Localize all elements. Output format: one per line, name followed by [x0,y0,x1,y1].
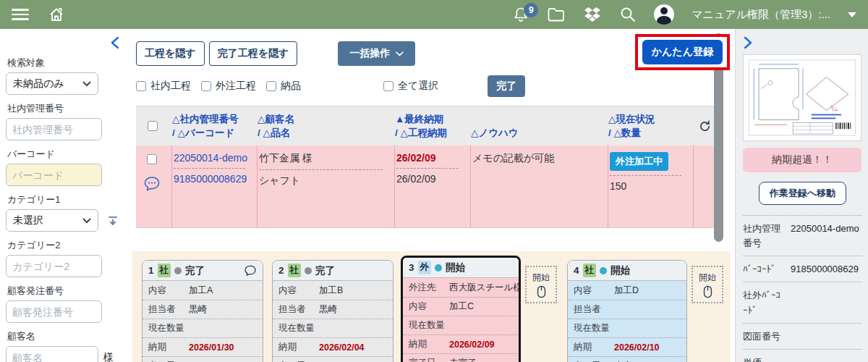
dropbox-icon[interactable] [583,6,602,23]
row-barcode-link[interactable]: 9185000008629 [174,173,247,185]
easy-register-highlight-frame: かんたん登録 [635,34,730,70]
delivery-label: 納品 [281,80,301,93]
select-all-label: 全て選択 [398,80,438,93]
process-card-3-selected[interactable]: 3 外 開始 外注先西大阪スチール様 内容加工C 現在数量 納期2026/02/… [401,256,521,362]
category2-label: カテゴリー2 [7,239,124,252]
category1-select[interactable]: 未選択 [6,209,98,232]
status-dot-icon [174,267,182,274]
goto-work-register-button[interactable]: 作業登録へ移動 [759,182,846,205]
search-target-label: 検索対象 [7,56,124,70]
detail-row-drawing-no: 図面番号 [743,324,862,350]
process-status: 開始 [446,261,465,274]
process-card-1[interactable]: 1 社 完了 内容加工A 担当者黒崎 現在数量 [142,260,263,362]
app-window: 9 マニュアル [0,0,868,362]
col-internal-id-header[interactable]: △社内管理番号 / △バーコード [172,111,258,141]
search-icon[interactable] [619,6,637,23]
barcode-input[interactable] [6,164,102,186]
table-header-row: △社内管理番号 / △バーコード △顧客名 / △品名 ▲最終納期 / △工程納… [136,106,718,146]
col-knowhow-header[interactable]: △ノウハウ [471,111,608,141]
outsourced-process-checkbox[interactable] [201,81,211,91]
process-status: 開始 [610,264,630,277]
delivery-checkbox[interactable] [266,81,276,91]
row-quantity: 150 [610,180,626,192]
folder-icon[interactable] [547,7,566,22]
row-comment-bubble-icon[interactable] [143,176,161,192]
customer-order-no-input[interactable] [6,300,102,323]
process-type-badge: 外 [418,261,432,274]
start-drop-zone[interactable]: 開始 [525,266,557,303]
internal-id-input[interactable] [6,118,102,140]
home-icon[interactable] [48,6,65,23]
bulk-action-button[interactable]: 一括操作 [338,41,415,66]
user-menu-caret-icon[interactable] [848,12,856,17]
process-card-2[interactable]: 2 社 完了 内容加工B 担当者黒崎 現在数量 納期2026/02/04 完了日… [272,260,393,362]
orders-table: △社内管理番号 / △バーコード △顧客名 / △品名 ▲最終納期 / △工程納… [136,106,718,228]
start-drop-zone[interactable]: 開始 [692,266,723,303]
process-cards-area: 1 社 完了 内容加工A 担当者黒崎 現在数量 [132,251,731,362]
customer-name-input[interactable] [6,346,98,362]
topbar: 9 マニュアル [0,0,868,29]
row-select-checkbox[interactable] [147,154,157,164]
process-status: 完了 [185,264,205,277]
hide-completed-process-button[interactable]: 完了工程を隠す [209,41,298,66]
expand-panel-chevron-icon[interactable] [743,36,753,49]
status-dot-icon [305,267,312,274]
row-customer: 竹下金属 様 [259,152,312,164]
card-comment-bubble-icon[interactable] [244,265,257,277]
notifications-bell-icon[interactable]: 9 [512,6,529,23]
select-all-checkbox[interactable] [383,81,393,91]
table-row[interactable]: 22050014-demo 9185000008629 竹下金属 様 シャフト … [136,146,718,228]
detail-row-external-barcode: 社外ﾊﾞｰｺｰﾄﾞ [743,282,862,323]
mouse-icon [537,285,546,298]
detail-panel: 納期超過！！ 作業登録へ移動 社内管理番号 22050014-demo ﾊﾞｰｺ… [735,29,868,362]
col-customer-header[interactable]: △顧客名 / △品名 [258,111,395,141]
internal-process-label: 社内工程 [150,80,191,93]
mouse-icon [703,285,712,298]
detail-list: 社内管理番号 22050014-demo ﾊﾞｰｺｰﾄﾞ 91850000086… [743,215,862,362]
drawing-thumbnail[interactable] [743,54,861,141]
expand-filters-icon[interactable] [107,215,119,227]
collapse-sidebar-chevron-icon[interactable] [110,36,120,49]
internal-id-label: 社内管理番号 [7,102,124,115]
process-status: 完了 [315,264,335,277]
process-type-badge: 社 [583,264,597,277]
status-dot-icon [600,267,607,274]
customer-order-no-label: 顧客発注番号 [7,285,124,298]
col-due-header[interactable]: ▲最終納期 / △工程納期 [395,111,471,141]
detail-row-unit-price: 単価 [743,350,862,362]
col-status-header[interactable]: △現在状況 / △数量 [608,111,694,141]
row-knowhow: メモの記載が可能 [471,146,608,227]
status-dot-icon [435,264,442,272]
outsourced-process-label: 外注工程 [216,80,256,93]
main-content: 工程を隠す 完了工程を隠す 一括操作 かんたん登録 社内工程 外注工程 納品 全… [130,29,731,362]
row-final-due: 26/02/09 [396,152,436,164]
hide-process-button[interactable]: 工程を隠す [136,41,205,66]
search-target-select[interactable]: 未納品のみ [6,72,98,95]
category1-label: カテゴリー1 [7,193,124,206]
row-internal-id-link[interactable]: 22050014-demo [174,152,247,164]
notification-count-badge: 9 [524,3,538,17]
customer-name-suffix: 様 [103,351,114,362]
process-type-badge: 社 [288,264,302,277]
customer-name-label: 顧客名 [7,330,124,343]
category2-input[interactable] [6,255,102,277]
process-card-4[interactable]: 4 社 開始 内容加工D 担当者 現在数量 納期2026/02/10 完了日未完… [567,260,687,362]
barcode-label: バーコード [7,148,124,161]
row-product: シャフト [259,174,300,186]
internal-process-checkbox[interactable] [136,81,146,91]
row-process-due: 26/02/09 [396,173,436,185]
user-avatar[interactable] [654,4,674,25]
row-status-badge: 外注加工中 [610,152,668,171]
process-filter-row: 社内工程 外注工程 納品 全て選択 完了 [136,75,731,97]
detail-row-internal-id: 社内管理番号 22050014-demo [743,215,862,256]
hamburger-menu-icon[interactable] [12,9,29,20]
search-sidebar: 検索対象 未納品のみ 社内管理番号 バーコード カテゴリー1 未選択 [0,29,130,362]
process-type-badge: 社 [158,264,171,277]
easy-register-button[interactable]: かんたん登録 [642,40,723,64]
complete-button[interactable]: 完了 [488,75,525,97]
user-role-label: マニュアル権限（管理3）:... [692,8,830,22]
overdue-alert-badge: 納期超過！！ [743,148,861,172]
header-select-checkbox[interactable] [148,121,158,131]
detail-row-barcode: ﾊﾞｰｺｰﾄﾞ 9185000008629 [743,256,862,282]
